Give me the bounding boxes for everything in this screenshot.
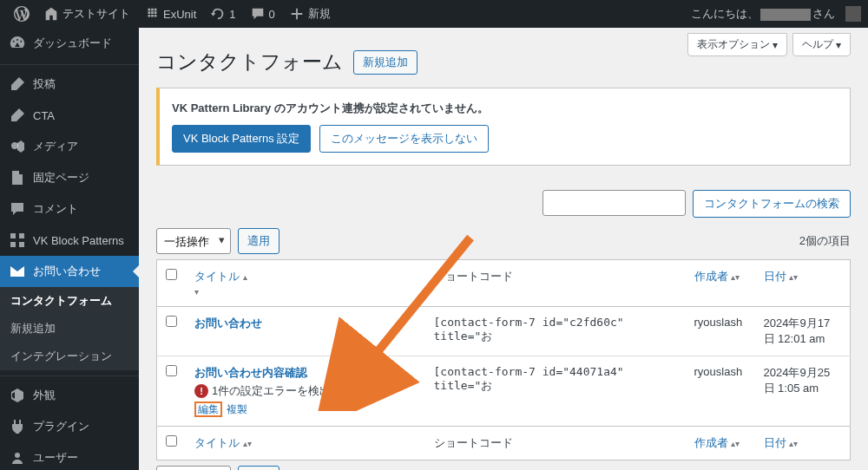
submenu-add-new[interactable]: 新規追加 (0, 315, 139, 343)
site-name[interactable]: テストサイト (36, 0, 137, 28)
bulk-action-select[interactable]: 一括操作 (156, 466, 231, 470)
table-row: お問い合わせ [contact-form-7 id="c2fd60c" titl… (157, 307, 851, 356)
screen-options-button[interactable]: 表示オプション ▾ (687, 33, 787, 56)
svg-rect-2 (19, 233, 24, 238)
admin-menu: ダッシュボード 投稿 CTA メディア 固定ページ コメント VK Block … (0, 28, 139, 470)
svg-point-5 (15, 453, 20, 458)
sort-icon: ▴▾ (789, 272, 798, 282)
table-row: お問い合わせ内容確認 !1件の設定エラーを検出しました 編集 複製 [conta… (157, 356, 851, 427)
avatar[interactable] (845, 6, 861, 22)
edit-link[interactable]: 編集 (194, 401, 222, 417)
select-all-checkbox[interactable] (166, 435, 177, 447)
svg-point-0 (11, 142, 18, 149)
comments-link[interactable]: 0 (243, 0, 282, 28)
svg-rect-4 (19, 242, 24, 247)
menu-cta[interactable]: CTA (0, 100, 139, 131)
submenu-contact-forms[interactable]: コンタクトフォーム (0, 287, 139, 315)
submenu-integration[interactable]: インテグレーション (0, 343, 139, 370)
author-cell: ryouslash (686, 356, 755, 427)
exunit-label: ExUnit (163, 8, 196, 21)
col-author[interactable]: 作成者 ▴▾ (694, 436, 740, 449)
date-cell: 2024年9月17日 12:01 am (755, 307, 851, 356)
username-redacted (760, 9, 811, 21)
updates-count: 1 (229, 8, 235, 21)
search-input[interactable] (542, 190, 686, 216)
chevron-down-icon: ▾ (773, 39, 778, 51)
item-count: 2個の項目 (799, 233, 851, 249)
new-link[interactable]: 新規 (282, 0, 338, 28)
chevron-down-icon: ▾ (836, 39, 841, 51)
form-title-link[interactable]: お問い合わせ内容確認 (194, 366, 307, 379)
row-checkbox[interactable] (166, 365, 177, 376)
wp-logo[interactable] (7, 0, 36, 28)
svg-rect-3 (10, 242, 16, 247)
admin-bar: テストサイト ExUnit 1 0 新規 こんにちは、さん (0, 0, 868, 28)
add-new-button[interactable]: 新規追加 (353, 50, 418, 75)
search-button[interactable]: コンタクトフォームの検索 (693, 190, 851, 218)
menu-pages[interactable]: 固定ページ (0, 162, 139, 193)
row-checkbox[interactable] (166, 316, 177, 327)
apply-button[interactable]: 適用 (238, 466, 279, 470)
date-cell: 2024年9月25日 1:05 am (755, 356, 851, 427)
menu-contact[interactable]: お問い合わせ (0, 256, 139, 287)
greeting[interactable]: こんにちは、さん (686, 6, 840, 22)
col-title[interactable]: タイトル ▴▾ (194, 436, 252, 449)
menu-users[interactable]: ユーザー (0, 442, 139, 470)
help-button[interactable]: ヘルプ ▾ (792, 33, 851, 56)
col-shortcode: ショートコード (434, 436, 513, 449)
config-error: !1件の設定エラーを検出しました (194, 383, 417, 399)
page-title: コンタクトフォーム (156, 49, 343, 75)
col-title[interactable]: タイトル ▴▾ (194, 270, 247, 297)
menu-posts[interactable]: 投稿 (0, 69, 139, 100)
col-date[interactable]: 日付 ▴▾ (764, 436, 799, 449)
sort-icon: ▴▾ (731, 272, 740, 282)
vk-settings-button[interactable]: VK Block Patterns 設定 (172, 125, 311, 153)
notice-warning: VK Pattern Library のアカウント連携が設定されていません。 V… (156, 88, 851, 166)
updates-link[interactable]: 1 (203, 0, 242, 28)
menu-plugins[interactable]: プラグイン (0, 411, 139, 442)
menu-media[interactable]: メディア (0, 131, 139, 162)
shortcode-cell: [contact-form-7 id="44071a4" title="お (425, 356, 686, 427)
col-shortcode: ショートコード (434, 270, 513, 283)
new-label: 新規 (308, 6, 331, 22)
notice-text: VK Pattern Library のアカウント連携が設定されていません。 (172, 101, 838, 116)
menu-dashboard[interactable]: ダッシュボード (0, 28, 139, 59)
author-cell: ryouslash (686, 307, 755, 356)
col-date[interactable]: 日付 ▴▾ (764, 270, 799, 283)
hide-message-button[interactable]: このメッセージを表示しない (319, 125, 489, 153)
svg-rect-1 (10, 233, 16, 238)
form-title-link[interactable]: お問い合わせ (194, 317, 262, 330)
exunit-link[interactable]: ExUnit (137, 0, 203, 28)
menu-vk-patterns[interactable]: VK Block Patterns (0, 225, 139, 256)
forms-table: タイトル ▴▾ ショートコード 作成者 ▴▾ 日付 ▴▾ お問い合わせ [con… (156, 259, 851, 460)
apply-button[interactable]: 適用 (238, 228, 279, 254)
menu-appearance[interactable]: 外観 (0, 380, 139, 411)
error-icon: ! (194, 384, 208, 398)
select-all-checkbox[interactable] (166, 269, 177, 280)
site-name-label: テストサイト (62, 6, 130, 22)
bulk-action-select[interactable]: 一括操作 (156, 228, 231, 254)
comments-count: 0 (269, 8, 275, 21)
main-content: 表示オプション ▾ ヘルプ ▾ コンタクトフォーム 新規追加 VK Patter… (139, 28, 868, 470)
col-author[interactable]: 作成者 ▴▾ (694, 270, 740, 283)
duplicate-link[interactable]: 複製 (225, 403, 249, 415)
shortcode-cell: [contact-form-7 id="c2fd60c" title="お (425, 307, 686, 356)
menu-comments[interactable]: コメント (0, 193, 139, 225)
